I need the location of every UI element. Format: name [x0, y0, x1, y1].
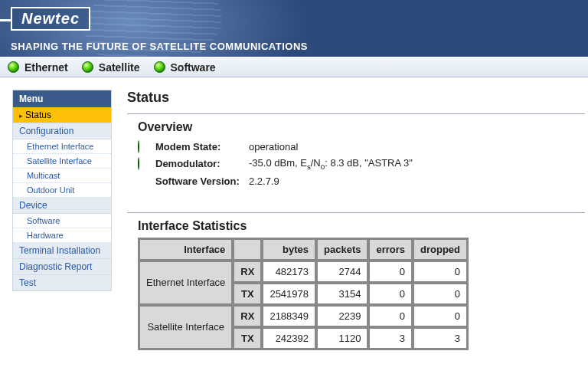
nav-label: Software: [171, 61, 216, 74]
col-dropped: dropped: [413, 239, 467, 260]
cell-dropped: 3: [413, 328, 467, 349]
cell-dropped: 0: [413, 306, 467, 326]
sidebar-item-terminal-installation[interactable]: Terminal Installation: [13, 243, 111, 259]
col-interface: Interface: [139, 239, 232, 260]
nav-ethernet[interactable]: Ethernet: [8, 61, 68, 74]
sidebar-item-diagnostic-report[interactable]: Diagnostic Report: [13, 259, 111, 275]
main-content: Status Overview Modem State: operational…: [127, 90, 588, 373]
nav-satellite[interactable]: Satellite: [82, 61, 140, 74]
nav-software[interactable]: Software: [154, 61, 216, 74]
brand-logo-text: Newtec: [21, 10, 80, 27]
brand-tagline: SHAPING THE FUTURE OF SATELLITE COMMUNIC…: [11, 41, 308, 52]
table-header-row: Interface bytes packets errors dropped: [139, 239, 467, 260]
header-banner: Newtec SHAPING THE FUTURE OF SATELLITE C…: [0, 0, 588, 57]
demodulator-value: -35.0 dBm, Es/N0: 8.3 dB, "ASTRA 3": [249, 157, 413, 171]
cell-packets: 1120: [317, 328, 368, 349]
cell-bytes: 2188349: [263, 306, 315, 326]
overview-heading: Overview: [138, 120, 574, 134]
page-title: Status: [127, 90, 585, 106]
sidebar-item-satellite-interface[interactable]: Satellite Interface: [13, 154, 111, 169]
cell-direction: TX: [234, 284, 261, 304]
cell-dropped: 0: [413, 261, 467, 282]
overview-row-software: Software Version: 2.2.7.9: [138, 173, 574, 189]
cell-packets: 2239: [317, 306, 368, 326]
overview-row-demodulator: Demodulator: -35.0 dBm, Es/N0: 8.3 dB, "…: [138, 155, 574, 173]
col-bytes: bytes: [263, 239, 315, 260]
interface-stats-heading: Interface Statistics: [138, 219, 574, 233]
modem-state-value: operational: [249, 141, 298, 153]
overview-row-modem: Modem State: operational: [138, 139, 574, 155]
cell-errors: 3: [369, 328, 412, 349]
cell-interface-name: Satellite Interface: [139, 306, 232, 349]
cell-direction: RX: [234, 261, 261, 282]
cell-packets: 3154: [317, 284, 368, 304]
cell-interface-name: Ethernet Interface: [139, 261, 232, 304]
sidebar-item-hardware[interactable]: Hardware: [13, 228, 111, 243]
table-row: Satellite Interface RX 2188349 2239 0 0: [139, 306, 467, 326]
sidebar-item-status[interactable]: Status: [13, 107, 111, 123]
sidebar-item-test[interactable]: Test: [13, 275, 111, 290]
demodulator-label: Demodulator:: [149, 158, 249, 169]
cell-errors: 0: [369, 261, 412, 282]
brand-logo: Newtec: [11, 7, 90, 31]
status-led-icon: [138, 140, 139, 153]
cell-dropped: 0: [413, 284, 467, 304]
overview-panel: Overview Modem State: operational Demodu…: [127, 113, 585, 200]
sidebar-item-configuration[interactable]: Configuration: [13, 123, 111, 139]
cell-packets: 2744: [317, 261, 368, 282]
cell-direction: RX: [234, 306, 261, 326]
status-led-icon: [138, 157, 139, 170]
cell-bytes: 242392: [263, 328, 315, 349]
status-led-icon: [8, 61, 19, 73]
sidebar-item-ethernet-interface[interactable]: Ethernet Interface: [13, 139, 111, 154]
modem-state-label: Modem State:: [149, 141, 249, 153]
interface-stats-table: Interface bytes packets errors dropped E…: [138, 238, 469, 350]
cell-errors: 0: [369, 284, 412, 304]
cell-direction: TX: [234, 328, 261, 349]
status-led-icon: [82, 61, 93, 73]
top-nav: Ethernet Satellite Software: [0, 57, 588, 77]
col-direction: [234, 239, 261, 260]
nav-label: Satellite: [99, 61, 140, 74]
col-packets: packets: [317, 239, 368, 260]
sidebar-menu: Menu Status Configuration Ethernet Inter…: [12, 90, 112, 291]
sidebar-item-software[interactable]: Software: [13, 214, 111, 228]
col-errors: errors: [369, 239, 412, 260]
status-led-icon: [154, 61, 165, 73]
nav-label: Ethernet: [24, 61, 68, 74]
sidebar-item-multicast[interactable]: Multicast: [13, 169, 111, 183]
interface-stats-panel: Interface Statistics Interface bytes pac…: [127, 212, 585, 361]
menu-heading: Menu: [13, 90, 111, 107]
software-version-value: 2.2.7.9: [249, 175, 279, 187]
cell-bytes: 482173: [263, 261, 315, 282]
cell-bytes: 2541978: [263, 284, 315, 304]
sidebar-item-device[interactable]: Device: [13, 198, 111, 214]
software-version-label: Software Version:: [149, 175, 249, 187]
cell-errors: 0: [369, 306, 412, 326]
sidebar-item-outdoor-unit[interactable]: Outdoor Unit: [13, 183, 111, 198]
table-row: Ethernet Interface RX 482173 2744 0 0: [139, 261, 467, 282]
